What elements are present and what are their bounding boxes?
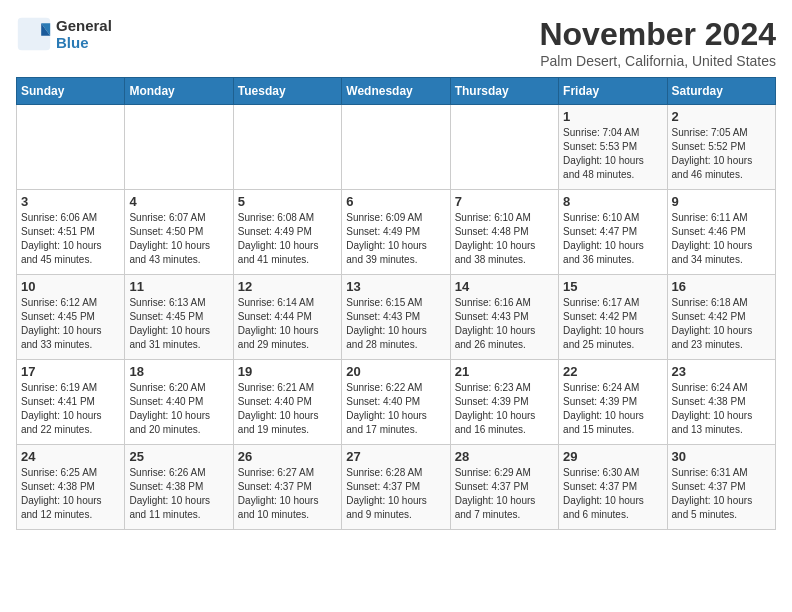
day-info: Sunrise: 6:24 AM Sunset: 4:38 PM Dayligh… — [672, 381, 771, 437]
day-number: 26 — [238, 449, 337, 464]
day-number: 15 — [563, 279, 662, 294]
calendar-cell: 29Sunrise: 6:30 AM Sunset: 4:37 PM Dayli… — [559, 445, 667, 530]
calendar-cell: 7Sunrise: 6:10 AM Sunset: 4:48 PM Daylig… — [450, 190, 558, 275]
calendar-cell: 19Sunrise: 6:21 AM Sunset: 4:40 PM Dayli… — [233, 360, 341, 445]
day-info: Sunrise: 6:14 AM Sunset: 4:44 PM Dayligh… — [238, 296, 337, 352]
calendar-cell: 3Sunrise: 6:06 AM Sunset: 4:51 PM Daylig… — [17, 190, 125, 275]
title-section: November 2024 Palm Desert, California, U… — [539, 16, 776, 69]
header-row: Sunday Monday Tuesday Wednesday Thursday… — [17, 78, 776, 105]
day-info: Sunrise: 6:27 AM Sunset: 4:37 PM Dayligh… — [238, 466, 337, 522]
header-tuesday: Tuesday — [233, 78, 341, 105]
day-number: 3 — [21, 194, 120, 209]
calendar-cell: 24Sunrise: 6:25 AM Sunset: 4:38 PM Dayli… — [17, 445, 125, 530]
day-info: Sunrise: 6:18 AM Sunset: 4:42 PM Dayligh… — [672, 296, 771, 352]
day-number: 2 — [672, 109, 771, 124]
day-info: Sunrise: 6:19 AM Sunset: 4:41 PM Dayligh… — [21, 381, 120, 437]
day-number: 1 — [563, 109, 662, 124]
day-number: 12 — [238, 279, 337, 294]
calendar-cell: 13Sunrise: 6:15 AM Sunset: 4:43 PM Dayli… — [342, 275, 450, 360]
calendar-cell: 27Sunrise: 6:28 AM Sunset: 4:37 PM Dayli… — [342, 445, 450, 530]
day-number: 4 — [129, 194, 228, 209]
day-number: 22 — [563, 364, 662, 379]
calendar-cell: 20Sunrise: 6:22 AM Sunset: 4:40 PM Dayli… — [342, 360, 450, 445]
calendar-cell — [125, 105, 233, 190]
day-number: 6 — [346, 194, 445, 209]
day-number: 18 — [129, 364, 228, 379]
calendar-table: Sunday Monday Tuesday Wednesday Thursday… — [16, 77, 776, 530]
day-number: 8 — [563, 194, 662, 209]
day-info: Sunrise: 6:25 AM Sunset: 4:38 PM Dayligh… — [21, 466, 120, 522]
day-number: 20 — [346, 364, 445, 379]
calendar-cell: 30Sunrise: 6:31 AM Sunset: 4:37 PM Dayli… — [667, 445, 775, 530]
day-info: Sunrise: 6:15 AM Sunset: 4:43 PM Dayligh… — [346, 296, 445, 352]
day-number: 9 — [672, 194, 771, 209]
day-info: Sunrise: 6:08 AM Sunset: 4:49 PM Dayligh… — [238, 211, 337, 267]
day-info: Sunrise: 6:28 AM Sunset: 4:37 PM Dayligh… — [346, 466, 445, 522]
day-number: 14 — [455, 279, 554, 294]
calendar-body: 1Sunrise: 7:04 AM Sunset: 5:53 PM Daylig… — [17, 105, 776, 530]
calendar-cell: 9Sunrise: 6:11 AM Sunset: 4:46 PM Daylig… — [667, 190, 775, 275]
day-info: Sunrise: 6:07 AM Sunset: 4:50 PM Dayligh… — [129, 211, 228, 267]
day-info: Sunrise: 6:16 AM Sunset: 4:43 PM Dayligh… — [455, 296, 554, 352]
calendar-cell: 18Sunrise: 6:20 AM Sunset: 4:40 PM Dayli… — [125, 360, 233, 445]
calendar-cell — [342, 105, 450, 190]
calendar-cell: 14Sunrise: 6:16 AM Sunset: 4:43 PM Dayli… — [450, 275, 558, 360]
day-info: Sunrise: 6:26 AM Sunset: 4:38 PM Dayligh… — [129, 466, 228, 522]
calendar-cell: 6Sunrise: 6:09 AM Sunset: 4:49 PM Daylig… — [342, 190, 450, 275]
calendar-cell: 12Sunrise: 6:14 AM Sunset: 4:44 PM Dayli… — [233, 275, 341, 360]
day-info: Sunrise: 6:17 AM Sunset: 4:42 PM Dayligh… — [563, 296, 662, 352]
day-info: Sunrise: 6:10 AM Sunset: 4:47 PM Dayligh… — [563, 211, 662, 267]
day-info: Sunrise: 6:20 AM Sunset: 4:40 PM Dayligh… — [129, 381, 228, 437]
calendar-cell: 8Sunrise: 6:10 AM Sunset: 4:47 PM Daylig… — [559, 190, 667, 275]
day-info: Sunrise: 6:13 AM Sunset: 4:45 PM Dayligh… — [129, 296, 228, 352]
day-number: 21 — [455, 364, 554, 379]
day-info: Sunrise: 6:21 AM Sunset: 4:40 PM Dayligh… — [238, 381, 337, 437]
logo: General Blue — [16, 16, 112, 52]
day-info: Sunrise: 6:29 AM Sunset: 4:37 PM Dayligh… — [455, 466, 554, 522]
calendar-header: Sunday Monday Tuesday Wednesday Thursday… — [17, 78, 776, 105]
calendar-cell — [17, 105, 125, 190]
calendar-cell: 28Sunrise: 6:29 AM Sunset: 4:37 PM Dayli… — [450, 445, 558, 530]
day-info: Sunrise: 7:05 AM Sunset: 5:52 PM Dayligh… — [672, 126, 771, 182]
day-number: 30 — [672, 449, 771, 464]
header-wednesday: Wednesday — [342, 78, 450, 105]
calendar-cell: 1Sunrise: 7:04 AM Sunset: 5:53 PM Daylig… — [559, 105, 667, 190]
day-number: 7 — [455, 194, 554, 209]
day-info: Sunrise: 6:11 AM Sunset: 4:46 PM Dayligh… — [672, 211, 771, 267]
logo-icon — [16, 16, 52, 52]
day-number: 27 — [346, 449, 445, 464]
day-number: 11 — [129, 279, 228, 294]
day-number: 25 — [129, 449, 228, 464]
calendar-cell: 16Sunrise: 6:18 AM Sunset: 4:42 PM Dayli… — [667, 275, 775, 360]
day-number: 28 — [455, 449, 554, 464]
header-friday: Friday — [559, 78, 667, 105]
day-number: 29 — [563, 449, 662, 464]
calendar-cell: 22Sunrise: 6:24 AM Sunset: 4:39 PM Dayli… — [559, 360, 667, 445]
day-info: Sunrise: 6:10 AM Sunset: 4:48 PM Dayligh… — [455, 211, 554, 267]
day-info: Sunrise: 6:23 AM Sunset: 4:39 PM Dayligh… — [455, 381, 554, 437]
calendar-cell: 4Sunrise: 6:07 AM Sunset: 4:50 PM Daylig… — [125, 190, 233, 275]
day-info: Sunrise: 6:22 AM Sunset: 4:40 PM Dayligh… — [346, 381, 445, 437]
calendar-cell: 26Sunrise: 6:27 AM Sunset: 4:37 PM Dayli… — [233, 445, 341, 530]
calendar-cell: 5Sunrise: 6:08 AM Sunset: 4:49 PM Daylig… — [233, 190, 341, 275]
day-info: Sunrise: 6:06 AM Sunset: 4:51 PM Dayligh… — [21, 211, 120, 267]
calendar-cell: 11Sunrise: 6:13 AM Sunset: 4:45 PM Dayli… — [125, 275, 233, 360]
day-info: Sunrise: 6:09 AM Sunset: 4:49 PM Dayligh… — [346, 211, 445, 267]
day-number: 10 — [21, 279, 120, 294]
calendar-cell: 10Sunrise: 6:12 AM Sunset: 4:45 PM Dayli… — [17, 275, 125, 360]
calendar-cell — [233, 105, 341, 190]
location: Palm Desert, California, United States — [539, 53, 776, 69]
calendar-week-3: 10Sunrise: 6:12 AM Sunset: 4:45 PM Dayli… — [17, 275, 776, 360]
day-info: Sunrise: 6:24 AM Sunset: 4:39 PM Dayligh… — [563, 381, 662, 437]
calendar-week-5: 24Sunrise: 6:25 AM Sunset: 4:38 PM Dayli… — [17, 445, 776, 530]
calendar-week-4: 17Sunrise: 6:19 AM Sunset: 4:41 PM Dayli… — [17, 360, 776, 445]
header-sunday: Sunday — [17, 78, 125, 105]
calendar-cell — [450, 105, 558, 190]
day-number: 17 — [21, 364, 120, 379]
day-number: 5 — [238, 194, 337, 209]
day-number: 16 — [672, 279, 771, 294]
day-number: 13 — [346, 279, 445, 294]
calendar-week-1: 1Sunrise: 7:04 AM Sunset: 5:53 PM Daylig… — [17, 105, 776, 190]
calendar-cell: 17Sunrise: 6:19 AM Sunset: 4:41 PM Dayli… — [17, 360, 125, 445]
day-info: Sunrise: 6:12 AM Sunset: 4:45 PM Dayligh… — [21, 296, 120, 352]
